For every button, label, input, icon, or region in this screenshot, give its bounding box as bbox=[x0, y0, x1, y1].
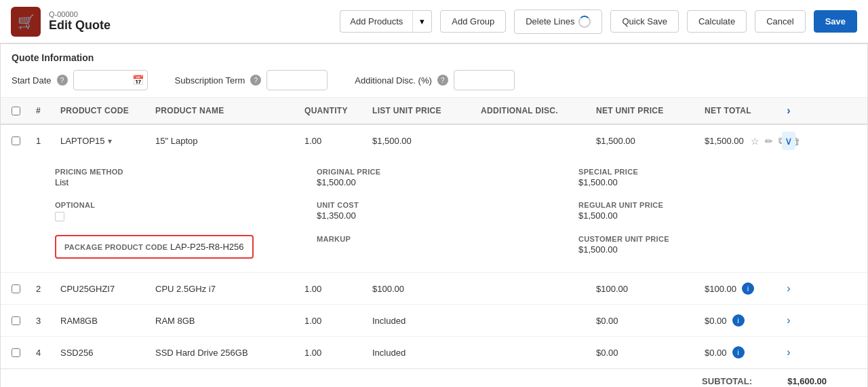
row3-checkbox[interactable] bbox=[6, 310, 31, 332]
start-date-group: Start Date ? 📅 bbox=[12, 70, 148, 90]
row4-net-unit-price: $0.00 bbox=[591, 341, 699, 365]
th-checkbox bbox=[6, 98, 31, 124]
th-product-name: PRODUCT NAME bbox=[150, 98, 299, 124]
chevron-right-icon[interactable]: › bbox=[784, 312, 793, 329]
table-row: 4 SSD256 SSD Hard Drive 256GB 1.00 Inclu… bbox=[1, 337, 867, 369]
row4-quantity: 1.00 bbox=[299, 341, 367, 365]
dropdown-icon[interactable]: ▾ bbox=[108, 136, 112, 146]
row1-expand[interactable]: ∨ bbox=[781, 125, 797, 157]
row2-num: 2 bbox=[31, 277, 55, 301]
select-all-checkbox[interactable] bbox=[12, 107, 20, 115]
row1-expand-details: PRICING METHOD List ORIGINAL PRICE $1,50… bbox=[1, 157, 867, 273]
optional-checkbox[interactable] bbox=[55, 212, 64, 221]
row4-net-total: $0.00 i bbox=[699, 339, 781, 365]
customer-unit-price-label: CUSTOMER UNIT PRICE bbox=[578, 235, 813, 243]
customer-unit-price-value: $1,500.00 bbox=[578, 244, 813, 255]
cancel-button[interactable]: Cancel bbox=[755, 10, 805, 33]
save-button[interactable]: Save bbox=[814, 10, 857, 33]
loading-spinner bbox=[578, 16, 591, 28]
table-row: 1 LAPTOP15 ▾ 15" Laptop 1.00 $1,500.00 $… bbox=[1, 125, 867, 157]
optional-label: OPTIONAL bbox=[55, 201, 290, 209]
add-products-dropdown-button[interactable]: ▾ bbox=[412, 10, 432, 33]
row4-additional-disc bbox=[475, 346, 591, 359]
chevron-down-icon: ▾ bbox=[420, 16, 425, 26]
row2-expand[interactable]: › bbox=[781, 273, 797, 304]
row4-list-unit-price: Included bbox=[367, 341, 475, 365]
special-price-group: SPECIAL PRICE $1,500.00 bbox=[578, 168, 813, 187]
pricing-method-value: List bbox=[55, 177, 290, 187]
additional-disc-group: Additional Disc. (%) ? bbox=[355, 70, 514, 90]
page-title: Edit Quote bbox=[49, 18, 111, 33]
row1-product-name: 15" Laptop bbox=[150, 129, 299, 153]
star-icon[interactable]: ☆ bbox=[749, 134, 761, 148]
calculate-button[interactable]: Calculate bbox=[687, 10, 747, 33]
additional-disc-input[interactable] bbox=[454, 70, 515, 90]
row4-expand[interactable]: › bbox=[781, 337, 797, 368]
calendar-icon[interactable]: 📅 bbox=[132, 75, 144, 86]
package-code-label: PACKAGE PRODUCT CODE bbox=[64, 243, 167, 251]
row4-checkbox[interactable] bbox=[6, 342, 31, 364]
row3-net-total: $0.00 i bbox=[699, 308, 781, 333]
additional-disc-label: Additional Disc. (%) bbox=[355, 75, 431, 86]
row1-list-unit-price: $1,500.00 bbox=[367, 129, 475, 153]
row3-num: 3 bbox=[31, 309, 55, 333]
table-row: 2 CPU25GHZI7 CPU 2.5GHz i7 1.00 $100.00 … bbox=[1, 273, 867, 305]
markup-label: MARKUP bbox=[317, 235, 551, 243]
subscription-term-input[interactable] bbox=[267, 70, 328, 90]
th-scroll: › bbox=[781, 98, 797, 124]
th-quantity: QUANTITY bbox=[299, 98, 367, 124]
original-price-label: ORIGINAL PRICE bbox=[317, 168, 551, 176]
quick-save-button[interactable]: Quick Save bbox=[610, 10, 678, 33]
th-additional-disc: ADDITIONAL DISC. bbox=[475, 98, 591, 124]
chevron-down-icon[interactable]: ∨ bbox=[782, 132, 795, 150]
row2-list-unit-price: $100.00 bbox=[367, 277, 475, 301]
chevron-right-icon[interactable]: › bbox=[784, 344, 793, 361]
row3-info-icon[interactable]: i bbox=[732, 314, 745, 327]
quote-info-fields: Start Date ? 📅 Subscription Term ? Addit… bbox=[12, 70, 856, 90]
products-table: # PRODUCT CODE PRODUCT NAME QUANTITY LIS… bbox=[1, 98, 867, 387]
unit-cost-value: $1,350.00 bbox=[317, 210, 551, 221]
row3-expand[interactable]: › bbox=[781, 305, 797, 336]
additional-disc-help-icon[interactable]: ? bbox=[437, 75, 448, 86]
row1-checkbox[interactable] bbox=[6, 130, 31, 152]
row2-product-code: CPU25GHZI7 bbox=[55, 277, 150, 301]
original-price-value: $1,500.00 bbox=[317, 177, 551, 187]
quote-info-section: Quote Information Start Date ? 📅 Subscri… bbox=[1, 44, 867, 98]
start-date-label: Start Date bbox=[12, 75, 52, 86]
original-price-group: ORIGINAL PRICE $1,500.00 bbox=[317, 168, 551, 187]
main-content: Quote Information Start Date ? 📅 Subscri… bbox=[0, 43, 868, 387]
row1-additional-disc bbox=[475, 134, 591, 148]
subscription-term-group: Subscription Term ? bbox=[175, 70, 328, 90]
row2-checkbox[interactable] bbox=[6, 278, 31, 300]
delete-lines-button[interactable]: Delete Lines bbox=[514, 10, 602, 34]
row3-product-code: RAM8GB bbox=[55, 309, 150, 333]
chevron-right-icon[interactable]: › bbox=[784, 280, 793, 297]
header-title-block: Q-00000 Edit Quote bbox=[49, 10, 111, 33]
row3-product-name: RAM 8GB bbox=[150, 309, 299, 333]
subscription-term-help-icon[interactable]: ? bbox=[250, 75, 261, 86]
start-date-help-icon[interactable]: ? bbox=[57, 75, 68, 86]
pricing-method-label: PRICING METHOD bbox=[55, 168, 290, 176]
special-price-label: SPECIAL PRICE bbox=[578, 168, 813, 176]
add-products-group: Add Products ▾ bbox=[340, 10, 432, 33]
add-group-button[interactable]: Add Group bbox=[440, 10, 506, 33]
row4-info-icon[interactable]: i bbox=[732, 346, 745, 358]
row4-product-name: SSD Hard Drive 256GB bbox=[150, 341, 299, 365]
th-list-unit-price: LIST UNIT PRICE bbox=[367, 98, 475, 124]
optional-group: OPTIONAL bbox=[55, 201, 290, 221]
row2-info-icon[interactable]: i bbox=[742, 282, 754, 295]
cart-icon: 🛒 bbox=[18, 14, 35, 30]
table-row: 3 RAM8GB RAM 8GB 1.00 Included $0.00 $0.… bbox=[1, 305, 867, 337]
unit-cost-label: UNIT COST bbox=[317, 201, 551, 209]
subtotal-label: SUBTOTAL: bbox=[702, 376, 752, 386]
add-products-button[interactable]: Add Products bbox=[340, 10, 412, 33]
pricing-method-group: PRICING METHOD List bbox=[55, 168, 290, 187]
row3-list-unit-price: Included bbox=[367, 309, 475, 333]
row1-product-code: LAPTOP15 ▾ bbox=[55, 129, 150, 153]
row1-num: 1 bbox=[31, 129, 55, 153]
row2-net-unit-price: $100.00 bbox=[591, 277, 699, 301]
edit-icon[interactable]: ✏ bbox=[764, 134, 774, 148]
th-net-unit-price: NET UNIT PRICE bbox=[591, 98, 699, 124]
quote-number: Q-00000 bbox=[49, 10, 111, 18]
special-price-value: $1,500.00 bbox=[578, 177, 813, 187]
